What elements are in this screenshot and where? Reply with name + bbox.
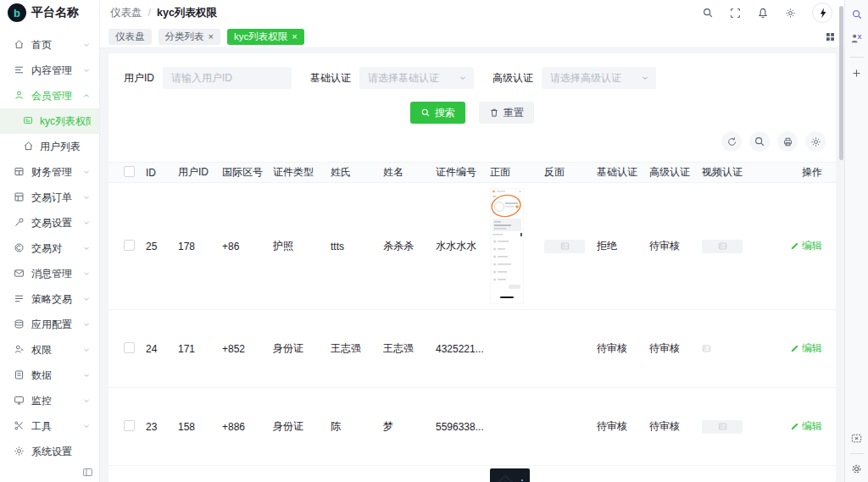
sidebar-item-工具[interactable]: 工具 <box>0 413 99 439</box>
sidebar-collapse-icon[interactable] <box>82 467 93 478</box>
select-all-checkbox[interactable] <box>124 166 135 177</box>
advanced-auth-select[interactable]: 请选择高级认证 <box>542 67 656 89</box>
filter-advanced-auth: 高级认证 请选择高级认证 <box>492 67 656 89</box>
sidebar-item-kyc列表权限[interactable]: kyc列表权限 <box>0 108 99 134</box>
user-avatar[interactable] <box>812 3 832 23</box>
strip-add-icon[interactable] <box>851 68 862 79</box>
edit-button[interactable]: 编辑 <box>790 419 822 434</box>
front-id-photo[interactable]: d <box>490 468 530 482</box>
table-search-button[interactable] <box>749 131 770 152</box>
filter-user-id: 用户ID <box>124 67 292 89</box>
tab-分类列表[interactable]: 分类列表× <box>159 29 220 45</box>
chevron-down-icon <box>82 168 91 176</box>
strip-divider <box>850 57 864 58</box>
tab-list-grid-icon[interactable] <box>825 31 836 42</box>
table-toolbar <box>108 124 836 157</box>
chevron-down-icon <box>82 371 91 380</box>
strip-divider <box>850 453 864 454</box>
cell-actions: 编辑 <box>754 419 827 434</box>
table-refresh-button[interactable] <box>721 131 742 152</box>
cell-area-code: +886 <box>222 421 273 433</box>
column-header: 高级认证 <box>649 165 702 180</box>
home-icon <box>14 39 25 51</box>
home-icon <box>23 141 35 152</box>
strip-search-icon[interactable] <box>851 8 863 20</box>
cell-video-auth <box>702 344 754 353</box>
strip-translate-icon[interactable]: X <box>850 32 863 45</box>
sidebar-item-财务管理[interactable]: 财务管理 <box>0 159 99 185</box>
row-checkbox[interactable] <box>124 240 135 251</box>
logo-icon: b <box>8 3 26 22</box>
search-button[interactable]: 搜索 <box>410 102 465 124</box>
sidebar-item-策略交易[interactable]: 策略交易 <box>0 286 99 312</box>
mail-icon <box>14 268 25 280</box>
sidebar-item-消息管理[interactable]: 消息管理 <box>0 261 99 286</box>
sidebar-item-权限[interactable]: 权限 <box>0 337 99 363</box>
sidebar-item-交易设置[interactable]: 交易设置 <box>0 210 99 235</box>
browser-side-strip: X <box>844 0 868 482</box>
sidebar-item-label: 策略交易 <box>31 292 82 307</box>
tab-仪表盘[interactable]: 仪表盘 <box>108 29 152 45</box>
user-id-input[interactable] <box>163 67 292 89</box>
sidebar-item-label: 数据 <box>31 368 82 383</box>
sidebar-item-用户列表[interactable]: 用户列表 <box>0 134 99 159</box>
column-header: 反面 <box>544 165 597 180</box>
reset-button[interactable]: 重置 <box>479 102 534 124</box>
search-icon[interactable] <box>702 7 714 19</box>
chevron-down-icon <box>82 346 91 354</box>
front-id-photo[interactable] <box>490 188 524 304</box>
sidebar-item-内容管理[interactable]: 内容管理 <box>0 58 99 83</box>
row-checkbox[interactable] <box>124 420 135 431</box>
table-printer-button[interactable] <box>777 131 798 152</box>
user-icon <box>14 90 25 102</box>
sidebar-item-交易订单[interactable]: 交易订单 <box>0 185 99 210</box>
basic-auth-placeholder: 请选择基础认证 <box>368 71 439 86</box>
strip-capture-icon[interactable] <box>850 432 863 445</box>
gear-icon[interactable] <box>785 8 796 19</box>
table-row: 24171+852身份证王志强王志强4325221...待审核待审核编辑 <box>108 310 836 388</box>
sidebar-item-应用配置[interactable]: 应用配置 <box>0 312 99 337</box>
table-row: 25178+86护照ttts杀杀杀水水水水 拒绝待审核编辑 <box>108 183 836 310</box>
cell-basic-auth-status: 待审核 <box>597 341 649 356</box>
chevron-down-icon <box>82 66 91 75</box>
cell-doc-number: 4325221... <box>436 343 490 355</box>
sidebar-item-监控[interactable]: 监控 <box>0 388 99 413</box>
cell-front-image: d <box>490 468 544 482</box>
basic-auth-select[interactable]: 请选择基础认证 <box>359 67 474 89</box>
sidebar-item-数据[interactable]: 数据 <box>0 363 99 388</box>
chevron-up-icon <box>82 91 91 100</box>
page-scrollbar[interactable] <box>839 6 843 160</box>
tab-kyc列表权限[interactable]: kyc列表权限× <box>227 29 304 45</box>
wrench-icon <box>14 217 25 229</box>
table-row: d <box>108 466 836 482</box>
sidebar-item-会员管理[interactable]: 会员管理 <box>0 83 99 108</box>
row-checkbox[interactable] <box>124 342 135 353</box>
chevron-down-icon <box>82 244 91 252</box>
breadcrumb-root[interactable]: 仪表盘 <box>110 6 142 20</box>
strip-settings-icon[interactable] <box>850 463 863 475</box>
sidebar-item-系统设置[interactable]: 系统设置 <box>0 439 99 464</box>
cell-actions: 编辑 <box>754 239 827 253</box>
sidebar-item-交易对[interactable]: 交易对 <box>0 235 99 261</box>
sidebar-item-首页[interactable]: 首页 <box>0 32 99 58</box>
tab-close-icon[interactable]: × <box>209 32 214 42</box>
app-logo[interactable]: b 平台名称 <box>0 0 99 25</box>
bell-icon[interactable] <box>757 7 769 19</box>
fullscreen-icon[interactable] <box>730 8 741 19</box>
chevron-down-icon <box>82 320 91 329</box>
cell-doc-type: 身份证 <box>273 341 331 356</box>
cell-id: 23 <box>146 421 178 433</box>
column-header: 基础认证 <box>597 165 649 180</box>
row-checkbox-cell <box>124 420 146 434</box>
cell-advanced-auth-status: 待审核 <box>649 341 702 356</box>
tab-close-icon[interactable]: × <box>292 32 297 42</box>
monitor-icon <box>14 395 25 407</box>
cell-first-name: 王志强 <box>383 341 436 356</box>
column-header: 国际区号 <box>222 165 273 180</box>
cell-doc-number: 5596338... <box>436 421 490 433</box>
chevron-down-icon <box>82 219 91 227</box>
header-checkbox-cell <box>124 166 146 180</box>
edit-button[interactable]: 编辑 <box>790 341 822 356</box>
edit-button[interactable]: 编辑 <box>790 239 822 253</box>
table-gear-button[interactable] <box>805 131 826 152</box>
